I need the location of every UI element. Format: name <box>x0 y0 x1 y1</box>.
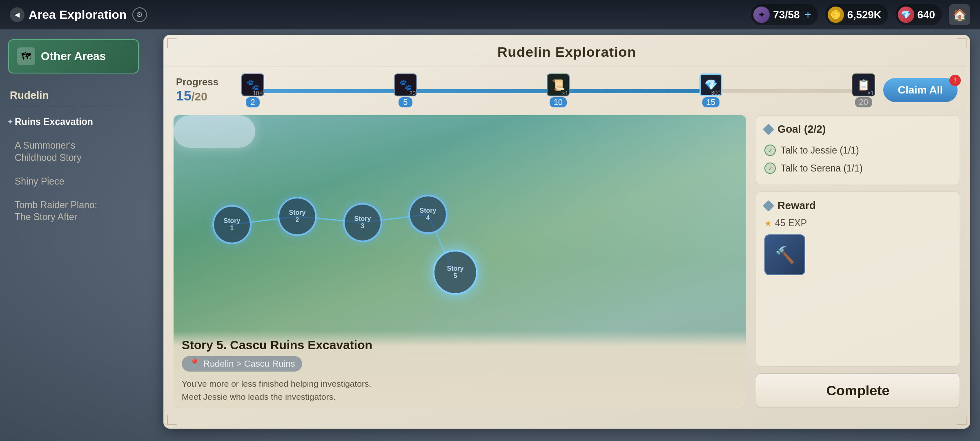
top-bar-right: ✦ 73/58 + 🪙 6,529K 💎 640 🏠 <box>751 4 970 25</box>
reward-section-header: Reward <box>764 199 951 212</box>
milestone-icon-15: 💎 300 <box>699 74 722 96</box>
story-node-2[interactable]: Story2 <box>278 197 317 236</box>
back-arrow-icon: ◄ <box>10 7 24 22</box>
milestone-2[interactable]: 🐾 10K 2 <box>241 74 264 107</box>
progress-label: Progress <box>176 76 233 88</box>
story-node-5[interactable]: Story5 <box>433 250 478 295</box>
sidebar-item-shiny-piece[interactable]: Shiny Piece <box>10 170 137 194</box>
gold-icon: 🪙 <box>828 7 844 23</box>
progress-area: Progress 15/20 🐾 10K 2 <box>164 67 970 111</box>
corner-decoration-tl <box>167 38 177 48</box>
story-node-3[interactable]: Story3 <box>343 203 382 242</box>
milestone-5[interactable]: 🐾 20 5 <box>394 74 417 107</box>
goal-section: Goal (2/2) ✓ Talk to Jessie (1/1) ✓ Talk… <box>756 115 960 185</box>
claim-all-badge: ! <box>949 75 961 86</box>
sidebar-region: Rudelin <box>10 83 137 106</box>
gem-currency: 💎 640 <box>895 4 942 25</box>
star-icon: ★ <box>764 218 772 228</box>
corner-decoration-br <box>957 415 967 425</box>
other-areas-icon: 🗺 <box>17 47 35 65</box>
goal-diamond-icon <box>763 123 774 135</box>
gem-icon: 💎 <box>898 7 914 23</box>
story-node-4[interactable]: Story4 <box>408 195 448 234</box>
story-node-5-label: Story5 <box>447 265 464 279</box>
home-button[interactable]: 🏠 <box>949 4 970 25</box>
panel-title: Rudelin Exploration <box>497 44 636 60</box>
goal-item-1: ✓ Talk to Jessie (1/1) <box>764 141 951 159</box>
story-node-4-label: Story4 <box>420 207 437 221</box>
main-panel: Rudelin Exploration Progress 15/20 🐾 10K <box>163 35 970 429</box>
corner-decoration-tr <box>957 38 967 48</box>
stamina-plus-button[interactable]: + <box>804 8 811 21</box>
complete-button-label: Complete <box>826 383 890 398</box>
story-node-2-label: Story2 <box>289 209 306 223</box>
progress-label-block: Progress 15/20 <box>176 76 233 104</box>
milestone-number-15: 15 <box>702 97 719 107</box>
reward-section: Reward ★ 45 EXP 🔨 <box>756 192 960 367</box>
claim-all-button[interactable]: Claim All ! <box>883 78 958 102</box>
milestone-icon-5: 🐾 20 <box>394 74 417 96</box>
complete-button[interactable]: Complete <box>756 373 960 408</box>
gem-value: 640 <box>918 9 935 21</box>
goal-item-2-label: Talk to Serena (1/1) <box>781 163 863 174</box>
info-icon[interactable]: ⚙ <box>132 7 147 22</box>
reward-exp-value: 45 EXP <box>775 218 807 229</box>
top-bar: ◄ Area Exploration ⚙ ✦ 73/58 + 🪙 6,529K … <box>0 0 980 29</box>
corner-decoration-bl <box>167 415 177 425</box>
app-title: Area Exploration <box>29 8 127 22</box>
reward-title: Reward <box>777 199 816 212</box>
milestone-10[interactable]: 📜 ×1 10 <box>547 74 570 107</box>
story-node-3-label: Story3 <box>354 215 371 229</box>
progress-denom: /20 <box>192 90 207 103</box>
milestone-number-5: 5 <box>399 97 412 107</box>
gold-currency: 🪙 6,529K <box>825 4 888 25</box>
sidebar-section: Rudelin Ruins Excavation A Summoner'sChi… <box>0 83 147 229</box>
other-areas-button[interactable]: 🗺 Other Areas <box>8 39 139 74</box>
sidebar-item-story-after[interactable]: Tomb Raider Plano:The Story After <box>10 194 137 229</box>
stamina-currency: ✦ 73/58 + <box>751 4 817 25</box>
goal-check-1: ✓ <box>764 145 776 156</box>
goal-item-2: ✓ Talk to Serena (1/1) <box>764 159 951 177</box>
milestone-15[interactable]: 💎 300 15 <box>699 74 722 107</box>
progress-numbers: 15/20 <box>176 88 233 104</box>
goal-section-header: Goal (2/2) <box>764 123 951 136</box>
milestone-number-2: 2 <box>246 97 260 107</box>
milestones-bar: 🐾 10K 2 🐾 20 5 📜 ×1 <box>241 74 875 106</box>
progress-current: 15 <box>176 88 192 103</box>
reward-item-box: 🔨 <box>764 234 805 275</box>
stamina-value: 73/58 <box>773 9 800 21</box>
milestone-icon-20: 📋 ×1 <box>852 74 875 96</box>
story-node-1-label: Story1 <box>224 217 241 232</box>
claim-all-label: Claim All <box>898 84 943 96</box>
milestone-number-10: 10 <box>550 97 567 107</box>
milestone-icon-2: 🐾 10K <box>241 74 264 96</box>
content-area: Story1 Story2 Story3 Story4 Story5 <box>164 111 970 414</box>
goal-check-2: ✓ <box>764 163 776 174</box>
story-node-1[interactable]: Story1 <box>212 205 252 244</box>
stamina-icon: ✦ <box>753 7 770 23</box>
goal-title: Goal (2/2) <box>777 123 826 136</box>
other-areas-label: Other Areas <box>41 50 106 63</box>
milestone-icon-10: 📜 ×1 <box>547 74 570 96</box>
back-button[interactable]: ◄ Area Exploration <box>10 7 127 22</box>
right-panel: Goal (2/2) ✓ Talk to Jessie (1/1) ✓ Talk… <box>756 115 960 408</box>
panel-title-bar: Rudelin Exploration <box>164 35 970 67</box>
gold-value: 6,529K <box>847 9 882 21</box>
story-nodes: Story1 Story2 Story3 Story4 Story5 <box>174 115 746 408</box>
milestone-icons: 🐾 10K 2 🐾 20 5 📜 ×1 <box>241 74 875 107</box>
milestone-number-20: 20 <box>855 97 872 107</box>
reward-diamond-icon <box>763 200 774 211</box>
sidebar: 🗺 Other Areas Rudelin Ruins Excavation A… <box>0 29 147 441</box>
reward-exp: ★ 45 EXP <box>764 218 951 229</box>
goal-item-1-label: Talk to Jessie (1/1) <box>781 145 859 156</box>
story-map-panel: Story1 Story2 Story3 Story4 Story5 <box>174 115 746 408</box>
milestone-20[interactable]: 📋 ×1 20 <box>852 74 875 107</box>
sidebar-item-childhood-story[interactable]: A Summoner'sChildhood Story <box>10 134 137 170</box>
sidebar-item-ruins-excavation[interactable]: Ruins Excavation <box>10 110 137 134</box>
reward-item-icon: 🔨 <box>775 245 795 265</box>
